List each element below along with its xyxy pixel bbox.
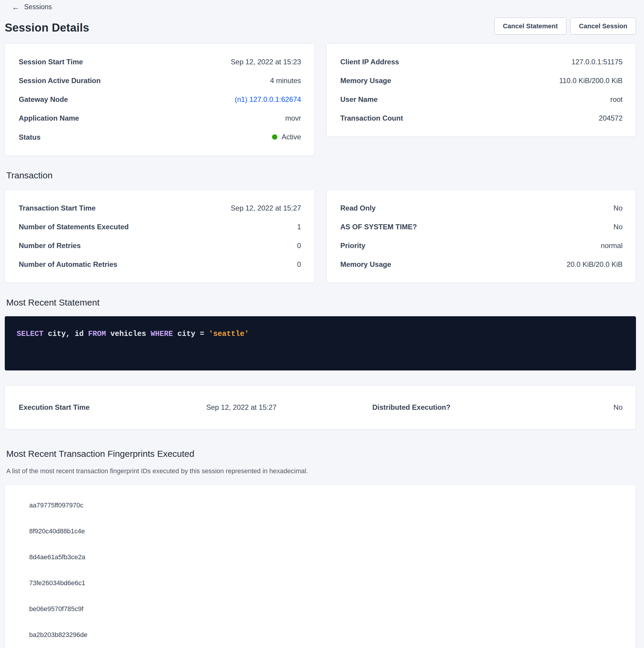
session-summary-row: Session Start Time Sep 12, 2022 at 15:23…	[5, 44, 636, 156]
execution-card: Execution Start Time Sep 12, 2022 at 15:…	[5, 385, 636, 429]
application-name-row: Application Name movr	[19, 114, 301, 123]
row-label: Priority	[341, 241, 365, 250]
back-link-label: Sessions	[24, 3, 52, 11]
txn-memory-usage-row: Memory Usage 20.0 KiB/20.0 KiB	[341, 260, 623, 269]
row-value: 204572	[599, 114, 623, 123]
automatic-retries-row: Number of Automatic Retries 0	[19, 260, 301, 269]
row-value: 0	[297, 260, 301, 269]
fingerprint-item: aa79775ff097970c	[29, 501, 623, 510]
statement-section-title: Most Recent Statement	[6, 297, 636, 308]
header-actions: Cancel Statement Cancel Session	[494, 17, 636, 35]
gateway-node-row: Gateway Node (n1) 127.0.0.1:62674	[19, 95, 301, 104]
fingerprints-section-title: Most Recent Transaction Fingerprints Exe…	[6, 448, 636, 459]
fingerprint-item: 8d4ae61a5fb3ce2a	[29, 553, 623, 562]
execution-start-time-value: Sep 12, 2022 at 15:27	[206, 403, 372, 412]
status-active-dot-icon	[272, 134, 277, 140]
row-value: Sep 12, 2022 at 15:23	[231, 57, 301, 66]
transaction-start-time-row: Transaction Start Time Sep 12, 2022 at 1…	[19, 204, 301, 213]
row-label: Number of Retries	[19, 241, 81, 250]
distributed-execution-label: Distributed Execution?	[372, 403, 451, 412]
row-label: AS OF SYSTEM TIME?	[341, 222, 417, 231]
row-label: Session Start Time	[19, 57, 83, 66]
retries-row: Number of Retries 0	[19, 241, 301, 250]
client-info-card: Client IP Address 127.0.0.1:51175 Memory…	[327, 44, 636, 137]
row-value: No	[613, 222, 623, 231]
sql-keyword: FROM	[88, 330, 110, 338]
session-active-duration-row: Session Active Duration 4 minutes	[19, 76, 301, 85]
row-value: 110.0 KiB/200.0 KiB	[559, 76, 623, 85]
execution-start-time-label: Execution Start Time	[19, 403, 206, 412]
session-details-page: ← Sessions Session Details Cancel Statem…	[0, 0, 644, 648]
sql-text: vehicles	[110, 330, 151, 338]
cancel-session-button[interactable]: Cancel Session	[570, 17, 636, 35]
row-label: Session Active Duration	[19, 76, 101, 85]
distributed-execution-value: No	[451, 403, 623, 412]
transaction-section-title: Transaction	[6, 170, 636, 181]
row-value: Sep 12, 2022 at 15:27	[231, 204, 301, 213]
status-text: Active	[282, 132, 301, 142]
row-label: Status	[19, 133, 41, 142]
sql-keyword: SELECT	[17, 330, 48, 338]
row-label: User Name	[341, 95, 378, 104]
row-value: root	[610, 95, 623, 104]
row-value: 127.0.0.1:51175	[571, 57, 623, 66]
read-only-row: Read Only No	[341, 204, 623, 213]
fingerprint-item: be06e9570f785c9f	[29, 604, 623, 613]
transaction-count-row: Transaction Count 204572	[341, 114, 623, 123]
page-header: Session Details Cancel Statement Cancel …	[5, 17, 636, 35]
session-info-card: Session Start Time Sep 12, 2022 at 15:23…	[5, 44, 314, 156]
fingerprint-list: aa79775ff097970c 8f920c40d88b1c4e 8d4ae6…	[29, 501, 623, 639]
statements-executed-row: Number of Statements Executed 1	[19, 222, 301, 231]
back-to-sessions-link[interactable]: ← Sessions	[12, 3, 52, 11]
transaction-details-card: Transaction Start Time Sep 12, 2022 at 1…	[5, 190, 314, 283]
client-ip-row: Client IP Address 127.0.0.1:51175	[341, 57, 623, 66]
page-title: Session Details	[5, 21, 89, 35]
priority-row: Priority normal	[341, 241, 623, 250]
sql-statement-box: SELECT city, id FROM vehicles WHERE city…	[5, 316, 636, 371]
row-value: normal	[601, 241, 623, 250]
row-label: Gateway Node	[19, 95, 68, 104]
left-arrow-icon: ←	[12, 3, 20, 11]
sql-statement: SELECT city, id FROM vehicles WHERE city…	[17, 329, 624, 339]
status-row: Status Active	[19, 132, 301, 142]
row-label: Application Name	[19, 114, 79, 123]
row-value: 1	[297, 222, 301, 231]
row-value: movr	[285, 114, 301, 123]
row-label: Number of Statements Executed	[19, 222, 128, 231]
row-label: Client IP Address	[341, 57, 399, 66]
row-value: 20.0 KiB/20.0 KiB	[567, 260, 623, 269]
memory-usage-row: Memory Usage 110.0 KiB/200.0 KiB	[341, 76, 623, 85]
sql-text: city, id	[48, 330, 88, 338]
row-label: Read Only	[341, 204, 376, 213]
user-name-row: User Name root	[341, 95, 623, 104]
sql-keyword: WHERE	[151, 330, 177, 338]
row-label: Memory Usage	[341, 76, 391, 85]
status-badge: Active	[272, 132, 301, 142]
row-value: 0	[297, 241, 301, 250]
row-label: Transaction Start Time	[19, 204, 96, 213]
transaction-settings-card: Read Only No AS OF SYSTEM TIME? No Prior…	[327, 190, 636, 283]
row-value: No	[613, 204, 623, 213]
sql-string-literal: 'seattle'	[209, 330, 249, 338]
fingerprints-description: A list of the most recent transaction fi…	[6, 467, 636, 476]
row-label: Number of Automatic Retries	[19, 260, 117, 269]
cancel-statement-button[interactable]: Cancel Statement	[494, 17, 567, 35]
fingerprints-card: aa79775ff097970c 8f920c40d88b1c4e 8d4ae6…	[5, 485, 636, 648]
fingerprint-item: 73fe26034bd6e6c1	[29, 579, 623, 588]
session-start-time-row: Session Start Time Sep 12, 2022 at 15:23	[19, 57, 301, 66]
sql-text: city =	[177, 330, 209, 338]
transaction-cards-row: Transaction Start Time Sep 12, 2022 at 1…	[5, 190, 636, 283]
fingerprint-item: ba2b203b823296de	[29, 631, 623, 639]
gateway-node-link[interactable]: (n1) 127.0.0.1:62674	[235, 95, 301, 104]
as-of-system-time-row: AS OF SYSTEM TIME? No	[341, 222, 623, 231]
row-label: Transaction Count	[341, 114, 403, 123]
row-label: Memory Usage	[341, 260, 391, 269]
row-value: 4 minutes	[270, 76, 301, 85]
fingerprint-item: 8f920c40d88b1c4e	[29, 527, 623, 536]
